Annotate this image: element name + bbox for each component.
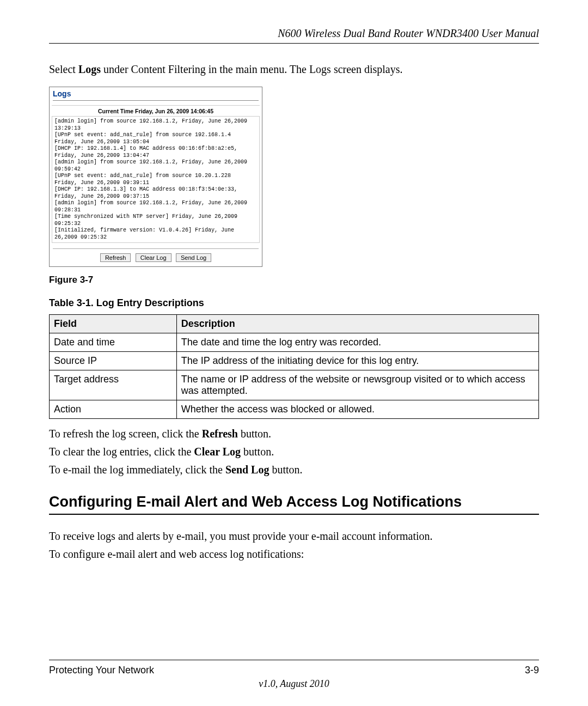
table-row: Date and time The date and time the log … [50, 333, 539, 352]
table-cell-field: Date and time [50, 333, 177, 352]
p1-prefix: To refresh the log screen, click the [49, 428, 202, 440]
page-footer: Protecting Your Network 3-9 v1.0, August… [49, 660, 539, 690]
log-output-textarea: [admin login] from source 192.168.1.2, F… [52, 117, 260, 243]
document-header: N600 Wireless Dual Band Router WNDR3400 … [49, 27, 539, 44]
logs-screenshot-panel: Logs Current Time Friday, Jun 26, 2009 1… [49, 87, 262, 267]
footer-left: Protecting Your Network [49, 665, 154, 676]
table-row: Target address The name or IP address of… [50, 370, 539, 400]
paragraph-clear: To clear the log entries, click the Clea… [49, 446, 539, 458]
table-cell-field: Target address [50, 370, 177, 400]
p2-bold: Clear Log [194, 446, 241, 458]
footer-center: v1.0, August 2010 [49, 678, 539, 690]
p3-bold: Send Log [225, 464, 270, 476]
table-cell-description: The IP address of the initiating device … [176, 352, 538, 370]
p2-prefix: To clear the log entries, click the [49, 446, 194, 458]
p3-prefix: To e-mail the log immediately, click the [49, 464, 225, 476]
table-row: Action Whether the access was blocked or… [50, 400, 539, 419]
logs-button-row: Refresh Clear Log Send Log [50, 249, 262, 266]
current-time-label: Current Time Friday, Jun 26, 2009 14:06:… [52, 105, 260, 117]
paragraph-refresh: To refresh the log screen, click the Ref… [49, 428, 539, 440]
intro-text-prefix: Select [49, 63, 78, 75]
table-header-field: Field [50, 315, 177, 333]
intro-text-suffix: under Content Filtering in the main menu… [101, 63, 403, 75]
table-header-description: Description [176, 315, 538, 333]
table-cell-description: The date and time the log entry was reco… [176, 333, 538, 352]
p1-bold: Refresh [202, 428, 238, 440]
after-heading-p1: To receive logs and alerts by e-mail, yo… [49, 530, 539, 543]
table-cell-description: Whether the access was blocked or allowe… [176, 400, 538, 419]
send-log-button[interactable]: Send Log [176, 253, 211, 262]
table-cell-description: The name or IP address of the website or… [176, 370, 538, 400]
figure-caption: Figure 3-7 [49, 275, 539, 285]
table-cell-field: Action [50, 400, 177, 419]
divider [53, 100, 259, 101]
intro-text-bold: Logs [78, 63, 101, 75]
table-row: Source IP The IP address of the initiati… [50, 352, 539, 370]
p1-suffix: button. [238, 428, 271, 440]
paragraph-send: To e-mail the log immediately, click the… [49, 464, 539, 476]
intro-paragraph: Select Logs under Content Filtering in t… [49, 63, 539, 76]
p3-suffix: button. [269, 464, 302, 476]
table-caption: Table 3-1. Log Entry Descriptions [49, 297, 539, 309]
table-cell-field: Source IP [50, 352, 177, 370]
section-heading: Configuring E-mail Alert and Web Access … [49, 494, 539, 515]
logs-panel-title: Logs [50, 87, 262, 99]
p2-suffix: button. [241, 446, 274, 458]
refresh-button[interactable]: Refresh [100, 253, 131, 262]
after-heading-p2: To configure e-mail alert and web access… [49, 548, 539, 561]
clear-log-button[interactable]: Clear Log [136, 253, 171, 262]
log-entry-descriptions-table: Field Description Date and time The date… [49, 314, 539, 419]
footer-right: 3-9 [525, 665, 539, 676]
